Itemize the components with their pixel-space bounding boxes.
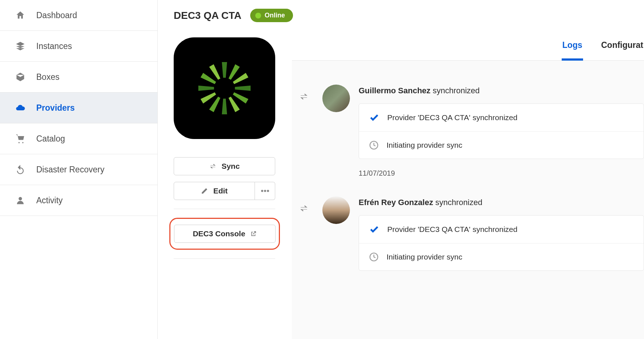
sidebar-item-label: Instances xyxy=(36,41,72,51)
log-row: Provider 'DEC3 QA CTA' synchronized xyxy=(359,104,644,132)
sync-icon xyxy=(299,92,309,101)
avatar xyxy=(322,196,350,224)
log-text: Provider 'DEC3 QA CTA' synchronized xyxy=(387,225,517,234)
log-user: Efrén Rey Gonzalez xyxy=(359,198,433,207)
log-row: Initiating provider sync xyxy=(359,132,644,159)
log-entry: Efrén Rey Gonzalez synchronized Provider… xyxy=(296,193,644,271)
log-verb: synchronized xyxy=(433,86,480,95)
sidebar-item-label: Disaster Recovery xyxy=(36,165,104,175)
edit-button[interactable]: Edit xyxy=(174,182,255,200)
divider xyxy=(174,209,275,209)
console-label: DEC3 Console xyxy=(193,229,245,238)
right-panel: Logs Configurat Guillermo Sanchez synchr… xyxy=(292,29,644,339)
log-date: 11/07/2019 xyxy=(359,159,644,193)
check-icon xyxy=(369,113,379,123)
log-title: Efrén Rey Gonzalez synchronized xyxy=(359,193,644,215)
logs-list: Guillermo Sanchez synchronized Provider … xyxy=(292,61,644,339)
sidebar-item-instances[interactable]: Instances xyxy=(0,31,157,62)
sidebar-item-providers[interactable]: Providers xyxy=(0,93,157,123)
undo-icon xyxy=(15,164,26,175)
header: DEC3 QA CTA Online xyxy=(158,0,644,29)
status-text: Online xyxy=(265,12,285,19)
sidebar-item-catalog[interactable]: Catalog xyxy=(0,123,157,154)
sync-icon xyxy=(209,163,216,170)
sidebar-item-label: Activity xyxy=(36,196,63,205)
sync-icon xyxy=(299,204,309,213)
log-text: Initiating provider sync xyxy=(387,141,462,150)
sidebar-item-disaster-recovery[interactable]: Disaster Recovery xyxy=(0,154,157,185)
layers-icon xyxy=(15,41,26,51)
log-text: Provider 'DEC3 QA CTA' synchronized xyxy=(387,113,517,122)
sync-label: Sync xyxy=(222,162,240,171)
svg-point-1 xyxy=(264,190,266,192)
clock-icon xyxy=(369,140,379,150)
main-content: DEC3 QA CTA Online xyxy=(158,0,644,339)
console-button[interactable]: DEC3 Console xyxy=(174,225,276,243)
provider-logo xyxy=(174,37,275,139)
log-row: Provider 'DEC3 QA CTA' synchronized xyxy=(359,216,644,244)
status-badge: Online xyxy=(250,9,293,22)
cube-icon xyxy=(15,72,26,82)
sync-button[interactable]: Sync xyxy=(174,157,275,175)
sidebar-item-label: Providers xyxy=(36,103,75,113)
sidebar: Dashboard Instances Boxes Providers Cata… xyxy=(0,0,158,339)
divider xyxy=(174,258,275,259)
log-entry: Guillermo Sanchez synchronized Provider … xyxy=(296,81,644,193)
log-row: Initiating provider sync xyxy=(359,244,644,270)
tabs: Logs Configurat xyxy=(292,29,644,61)
log-card: Provider 'DEC3 QA CTA' synchronized Init… xyxy=(359,103,644,159)
console-highlight: DEC3 Console xyxy=(169,218,280,250)
sidebar-item-activity[interactable]: Activity xyxy=(0,185,157,216)
log-text: Initiating provider sync xyxy=(387,253,462,261)
sidebar-item-label: Catalog xyxy=(36,134,65,144)
log-card: Provider 'DEC3 QA CTA' synchronized Init… xyxy=(359,215,644,271)
status-dot-icon xyxy=(255,13,261,19)
sidebar-item-label: Boxes xyxy=(36,72,59,82)
svg-point-0 xyxy=(261,190,263,192)
sidebar-item-dashboard[interactable]: Dashboard xyxy=(0,0,157,31)
edit-label: Edit xyxy=(213,187,228,195)
log-verb: synchronized xyxy=(435,198,483,207)
pencil-icon xyxy=(201,187,208,195)
left-panel: Sync Edit DEC3 Console xyxy=(158,29,292,339)
svg-point-2 xyxy=(267,190,269,192)
log-title: Guillermo Sanchez synchronized xyxy=(359,81,644,103)
sidebar-item-boxes[interactable]: Boxes xyxy=(0,62,157,93)
user-icon xyxy=(15,195,26,205)
cart-icon xyxy=(15,134,26,144)
sidebar-item-label: Dashboard xyxy=(36,11,77,20)
check-icon xyxy=(369,224,379,234)
log-user: Guillermo Sanchez xyxy=(359,86,430,95)
more-button[interactable] xyxy=(255,182,275,200)
ellipsis-icon xyxy=(261,189,269,192)
tab-configuration[interactable]: Configurat xyxy=(600,29,644,60)
centurylink-icon xyxy=(192,56,257,121)
clock-icon xyxy=(369,252,379,262)
cloud-icon xyxy=(15,103,26,113)
home-icon xyxy=(15,10,26,20)
avatar xyxy=(322,85,350,112)
page-title: DEC3 QA CTA xyxy=(174,10,242,21)
external-link-icon xyxy=(250,230,257,237)
tab-logs[interactable]: Logs xyxy=(562,29,583,60)
